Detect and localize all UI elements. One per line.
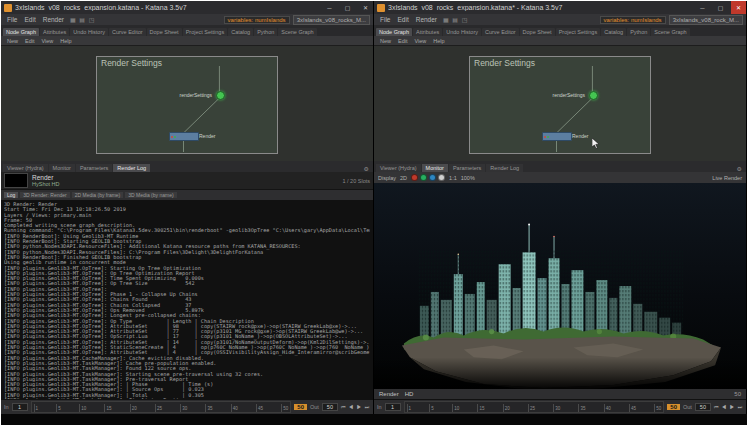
pane-tab[interactable]: Render Log	[113, 164, 150, 172]
nodegraph-menu-item[interactable]: Help	[433, 38, 444, 44]
toolbar-icons[interactable]: ▦ ▤ ◳	[443, 16, 468, 23]
main-tab[interactable]: Catalog	[228, 28, 253, 36]
channel-toggle[interactable]	[438, 174, 445, 181]
timeline-tick[interactable]: 50	[281, 404, 288, 412]
live-render-toggle[interactable]: Live Render	[712, 175, 742, 181]
timeline-tick[interactable]: 50	[654, 404, 661, 412]
pane-tab[interactable]: Viewer (Hydra)	[376, 164, 421, 172]
main-tab[interactable]: Curve Editor	[109, 28, 146, 36]
pane-tab[interactable]: Viewer (Hydra)	[3, 164, 48, 172]
minimize-button[interactable]: ─	[695, 1, 710, 14]
timeline-tick[interactable]: 45	[256, 404, 263, 412]
timeline-ruler[interactable]: 15101520253035404550	[31, 401, 292, 413]
timeline-tick[interactable]: 45	[629, 404, 636, 412]
pane-tab[interactable]: Parameters	[449, 164, 485, 172]
pane-tab[interactable]: Render Log	[486, 164, 523, 172]
variables-dropdown[interactable]: variables: numIslands	[600, 16, 666, 24]
main-tab[interactable]: Catalog	[601, 28, 626, 36]
in-frame-field[interactable]: 1	[385, 403, 401, 411]
render-log-output[interactable]: 3D Render: RenderStart Time: Fri Dec 13 …	[1, 200, 373, 399]
scene-file-tab[interactable]: 3xIslands_v08_rocks_M...	[293, 15, 370, 25]
render-node[interactable]	[169, 132, 199, 141]
in-frame-field[interactable]: 1	[12, 403, 28, 411]
node-graph-canvas[interactable]: Render Settings renderSettings Render	[1, 46, 373, 161]
channel-toggle[interactable]	[411, 174, 418, 181]
nodegraph-menu-item[interactable]: New	[7, 38, 18, 44]
timeline-tick[interactable]: 35	[205, 404, 212, 412]
nodegraph-menu-item[interactable]: New	[380, 38, 391, 44]
gear-icon[interactable]: ⚙	[364, 165, 371, 172]
main-tab[interactable]: Node Graph	[3, 28, 39, 36]
close-button[interactable]: ✕	[731, 1, 746, 14]
titlebar[interactable]: 3xIslands_v08_rocks_expansion.katana* - …	[374, 1, 746, 14]
catalog-item-name[interactable]: HyShot HD	[32, 181, 60, 188]
current-frame[interactable]: 50	[667, 404, 680, 410]
render-settings-node[interactable]	[216, 91, 225, 100]
main-tab[interactable]: Curve Editor	[482, 28, 519, 36]
main-tab[interactable]: Dope Sheet	[147, 28, 182, 36]
nodegraph-menu-item[interactable]: View	[415, 38, 427, 44]
scene-file-tab[interactable]: 3xIslands_v08_rock_M...	[669, 15, 743, 25]
render-node[interactable]	[542, 132, 572, 141]
log-filter-tab[interactable]: 2D Media (by frame)	[72, 192, 124, 198]
timeline-tick[interactable]: 1	[407, 404, 412, 412]
menu-item[interactable]: Render	[40, 16, 67, 23]
main-tab[interactable]: Undo History	[443, 28, 481, 36]
timeline-tick[interactable]: 40	[604, 404, 611, 412]
main-tab[interactable]: Python	[254, 28, 277, 36]
timeline-ruler[interactable]: 15101520253035404550	[404, 401, 665, 413]
timeline-tick[interactable]: 30	[553, 404, 560, 412]
maximize-button[interactable]: ▢	[713, 1, 728, 14]
close-button[interactable]: ✕	[358, 1, 373, 14]
monitor-render-name[interactable]: Render	[379, 391, 399, 397]
out-frame-field[interactable]: 50	[322, 403, 338, 411]
menu-item[interactable]: File	[4, 16, 20, 23]
variables-dropdown[interactable]: variables: numIslands	[224, 16, 290, 24]
nodegraph-menu-item[interactable]: Edit	[398, 38, 407, 44]
channel-toggle[interactable]	[420, 174, 427, 181]
timeline-tick[interactable]: 40	[231, 404, 238, 412]
minimize-button[interactable]: ─	[322, 1, 337, 14]
timeline-tick[interactable]: 25	[155, 404, 162, 412]
transport-controls[interactable]: ⏮ ◀ ▶ ⏭	[714, 404, 743, 411]
main-tab[interactable]: Project Settings	[183, 28, 228, 36]
main-tab[interactable]: Scene Graph	[651, 28, 689, 36]
main-tab[interactable]: Undo History	[70, 28, 108, 36]
view-mode-2d[interactable]: 2D	[400, 175, 407, 181]
timeline-tick[interactable]: 10	[452, 404, 459, 412]
log-filter-tab[interactable]: 3D Render: Render	[20, 192, 69, 198]
main-tab[interactable]: Project Settings	[556, 28, 601, 36]
main-tab[interactable]: Dope Sheet	[520, 28, 555, 36]
main-tab[interactable]: Attributes	[413, 28, 442, 36]
log-filter-tab[interactable]: Log	[4, 192, 18, 198]
timeline-tick[interactable]: 5	[429, 404, 434, 412]
timeline-tick[interactable]: 5	[56, 404, 61, 412]
main-tab[interactable]: Node Graph	[376, 28, 412, 36]
maximize-button[interactable]: ▢	[340, 1, 355, 14]
pane-tab[interactable]: Parameters	[76, 164, 112, 172]
monitor-viewport[interactable]	[374, 183, 746, 389]
timeline-tick[interactable]: 20	[503, 404, 510, 412]
render-thumbnail[interactable]	[4, 173, 28, 188]
zoom-percent[interactable]: 100%	[461, 175, 475, 181]
menu-item[interactable]: Edit	[394, 16, 411, 23]
timeline-tick[interactable]: 20	[130, 404, 137, 412]
channel-toggle[interactable]	[429, 174, 436, 181]
menu-item[interactable]: File	[377, 16, 393, 23]
display-menu[interactable]: Display	[378, 175, 396, 181]
zoom-ratio[interactable]: 1:1	[449, 175, 457, 181]
main-tab[interactable]: Scene Graph	[278, 28, 316, 36]
nodegraph-menu-item[interactable]: Edit	[25, 38, 34, 44]
toolbar-icons[interactable]: ▦ ▤ ◳	[70, 16, 95, 23]
pane-tab[interactable]: Monitor	[422, 164, 448, 172]
menu-item[interactable]: Render	[413, 16, 440, 23]
timeline-tick[interactable]: 15	[104, 404, 111, 412]
timeline-tick[interactable]: 35	[578, 404, 585, 412]
nodegraph-menu-item[interactable]: Help	[60, 38, 71, 44]
timeline-tick[interactable]: 30	[180, 404, 187, 412]
titlebar[interactable]: 3xIslands_v08_rocks_expansion.katana - K…	[1, 1, 373, 14]
render-settings-node[interactable]	[589, 91, 598, 100]
timeline-tick[interactable]: 10	[79, 404, 86, 412]
nodegraph-menu-item[interactable]: View	[42, 38, 54, 44]
main-tab[interactable]: Attributes	[40, 28, 69, 36]
